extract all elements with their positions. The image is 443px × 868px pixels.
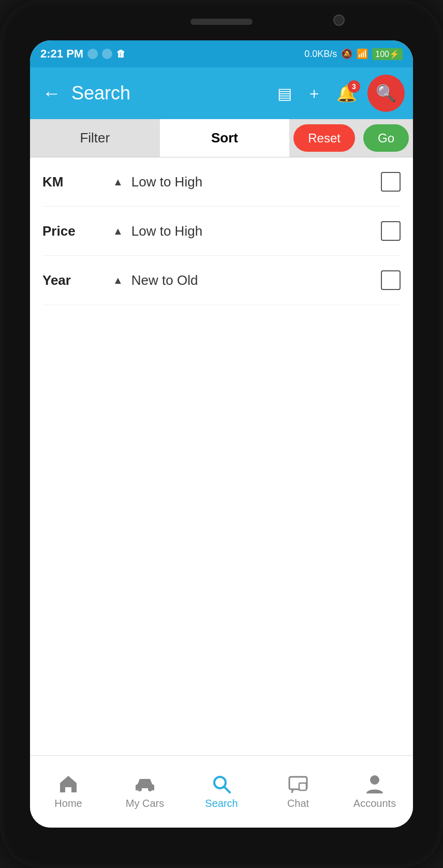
phone-screen: 2:21 PM 🗑 0.0KB/s 🔕 📶 100⚡ ← Search ▤ ＋ …	[30, 40, 413, 828]
nav-label-home: Home	[54, 798, 82, 809]
nav-item-chat[interactable]: Chat	[260, 769, 336, 815]
svg-line-5	[292, 789, 293, 793]
nav-label-accounts: Accounts	[353, 798, 396, 809]
notification-badge: 3	[348, 80, 360, 93]
chat-icon	[288, 774, 308, 794]
sort-value-year: New to Old	[131, 272, 381, 288]
status-right: 0.0KB/s 🔕 📶 100⚡	[304, 48, 403, 60]
search-fab-button[interactable]: 🔍	[367, 75, 405, 112]
sort-row-price[interactable]: Price ▲ Low to High	[42, 207, 401, 256]
sort-tab[interactable]: Sort	[160, 119, 290, 157]
reset-button[interactable]: Reset	[293, 124, 355, 152]
sort-list: KM ▲ Low to High Price ▲ Low to High Yea…	[30, 157, 413, 755]
svg-point-1	[148, 787, 152, 791]
filter-tab[interactable]: Filter	[30, 119, 160, 157]
svg-line-3	[224, 787, 230, 792]
sort-checkbox-price[interactable]	[381, 221, 401, 241]
accounts-icon	[365, 774, 384, 794]
bottom-nav: Home My Cars Search	[30, 755, 413, 828]
go-button[interactable]: Go	[363, 124, 409, 152]
my-cars-icon	[134, 774, 156, 794]
home-icon	[58, 774, 79, 794]
nav-item-my-cars[interactable]: My Cars	[107, 769, 183, 815]
status-trash-icon: 🗑	[116, 49, 126, 60]
nav-item-search[interactable]: Search	[183, 769, 260, 815]
status-time: 2:21 PM 🗑	[40, 47, 126, 61]
app-title: Search	[71, 82, 267, 104]
wifi-icon: 📶	[357, 48, 368, 60]
nav-label-my-cars: My Cars	[126, 798, 164, 809]
sort-arrow-price: ▲	[113, 225, 123, 237]
status-bar: 2:21 PM 🗑 0.0KB/s 🔕 📶 100⚡	[30, 40, 413, 67]
search-nav-icon	[211, 774, 232, 794]
sort-value-km: Low to High	[131, 174, 381, 190]
back-button[interactable]: ←	[38, 78, 65, 108]
sort-checkbox-year[interactable]	[381, 270, 401, 290]
nav-item-accounts[interactable]: Accounts	[336, 769, 413, 815]
nav-label-search: Search	[205, 798, 238, 809]
sort-value-price: Low to High	[131, 223, 381, 239]
phone-speaker	[190, 19, 253, 25]
notification-button[interactable]: 🔔 3	[332, 79, 361, 107]
sort-row-year[interactable]: Year ▲ New to Old	[42, 256, 401, 305]
nav-item-home[interactable]: Home	[30, 769, 107, 815]
search-fab-icon: 🔍	[376, 83, 396, 103]
add-button[interactable]: ＋	[302, 79, 326, 108]
sort-arrow-year: ▲	[113, 274, 123, 286]
phone-camera	[333, 15, 345, 26]
nav-label-chat: Chat	[287, 798, 309, 809]
phone-frame: 2:21 PM 🗑 0.0KB/s 🔕 📶 100⚡ ← Search ▤ ＋ …	[0, 0, 443, 868]
sort-label-year: Year	[42, 272, 105, 288]
app-bar: ← Search ▤ ＋ 🔔 3 🔍	[30, 67, 413, 119]
sort-label-price: Price	[42, 223, 105, 239]
tabs-bar: Filter Sort Reset Go	[30, 119, 413, 157]
sort-row-km[interactable]: KM ▲ Low to High	[42, 157, 401, 207]
sort-checkbox-km[interactable]	[381, 172, 401, 192]
sort-arrow-km: ▲	[113, 176, 123, 188]
status-icon-1	[87, 49, 98, 59]
svg-point-0	[138, 787, 142, 791]
svg-point-7	[370, 775, 379, 785]
list-icon[interactable]: ▤	[273, 80, 296, 107]
status-icon-2	[102, 49, 112, 59]
svg-rect-6	[299, 783, 306, 790]
signal-icon: 🔕	[341, 48, 352, 60]
battery-icon: 100⚡	[372, 48, 403, 60]
sort-label-km: KM	[42, 174, 105, 190]
